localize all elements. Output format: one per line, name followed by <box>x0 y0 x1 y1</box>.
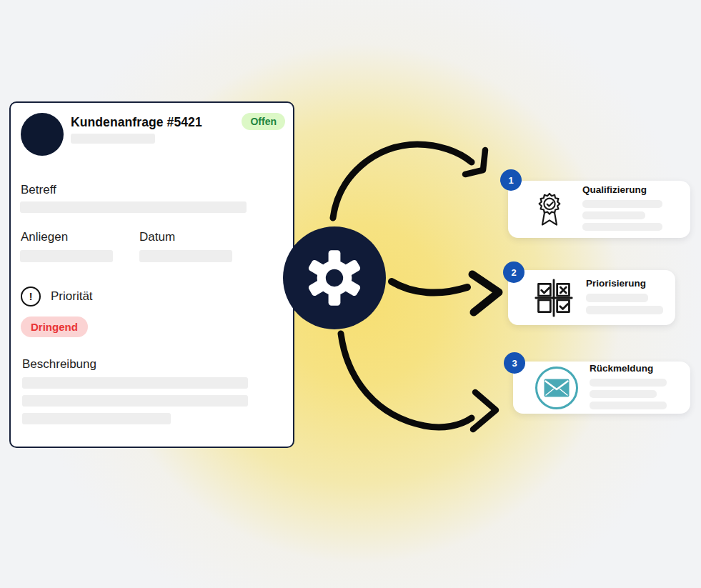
envelope-circle <box>535 367 578 409</box>
placeholder-bar <box>582 200 662 208</box>
ticket-card: Kundenanfrage #5421 Offen Betreff Anlieg… <box>9 101 294 448</box>
priority-value-badge: Dringend <box>21 317 88 337</box>
arrow-to-step-3 <box>341 334 496 429</box>
placeholder-bar <box>582 223 662 231</box>
placeholder-bar <box>586 294 648 302</box>
placeholder-bar <box>586 306 663 314</box>
step-3-number-badge: 3 <box>504 352 525 374</box>
step-card-rueckmeldung: Rückmeldung <box>513 362 690 414</box>
step-1-number-badge: 1 <box>500 169 522 191</box>
placeholder-bar <box>20 201 247 213</box>
placeholder-bar <box>22 377 248 389</box>
step-2-number-badge: 2 <box>503 261 524 283</box>
process-gear-circle <box>283 226 386 329</box>
arrow-to-step-2 <box>392 274 499 312</box>
priority-label: Priorität <box>51 289 93 304</box>
placeholder-bar <box>582 211 645 219</box>
placeholder-bar <box>139 250 232 262</box>
concern-label: Anliegen <box>21 230 68 244</box>
description-label: Beschreibung <box>22 357 96 372</box>
step-1-title: Qualifizierung <box>582 184 662 195</box>
exclamation-circle-icon: ! <box>21 286 41 307</box>
placeholder-bar <box>20 250 113 262</box>
step-card-priorisierung: Priorisierung <box>508 270 675 325</box>
step-2-title: Priorisierung <box>586 278 663 289</box>
subject-label: Betreff <box>21 183 56 197</box>
arrow-to-step-1 <box>333 144 485 218</box>
placeholder-bar <box>590 379 667 387</box>
step-3-title: Rückmeldung <box>590 363 667 374</box>
placeholder-bar <box>71 134 155 144</box>
status-badge: Offen <box>242 113 285 130</box>
award-ribbon-icon <box>532 190 567 229</box>
date-label: Datum <box>139 230 175 244</box>
placeholder-bar <box>22 395 248 407</box>
step-card-qualifizierung: Qualifizierung <box>508 181 690 238</box>
avatar <box>21 113 64 156</box>
envelope-icon <box>535 367 579 409</box>
placeholder-bar <box>22 413 171 424</box>
checkbox-grid-icon <box>534 278 574 318</box>
ticket-title: Kundenanfrage #5421 <box>71 115 202 130</box>
gear-icon <box>304 248 364 308</box>
placeholder-bar <box>590 402 667 409</box>
placeholder-bar <box>590 390 657 398</box>
